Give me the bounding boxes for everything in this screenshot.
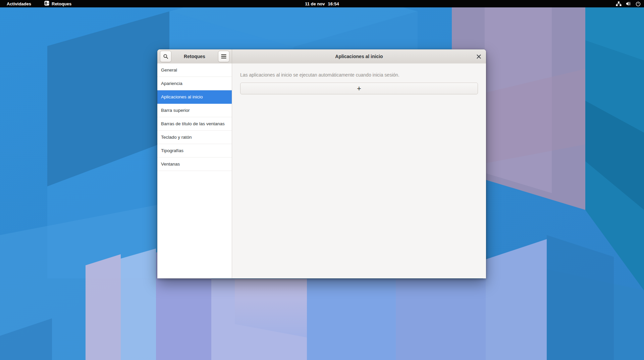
sidebar-item-tipografias[interactable]: Tipografías [157, 144, 232, 158]
network-wired-icon [616, 1, 622, 6]
window-body: General Apariencia Aplicaciones al inici… [157, 63, 486, 278]
page-title: Aplicaciones al inicio [232, 49, 486, 63]
sidebar-item-teclado-y-raton[interactable]: Teclado y ratón [157, 131, 232, 144]
sidebar-nav: General Apariencia Aplicaciones al inici… [157, 63, 232, 278]
startup-apps-panel: Las aplicaciones al inicio se ejecutan a… [232, 63, 486, 278]
search-icon [163, 54, 168, 59]
sidebar-item-ventanas[interactable]: Ventanas [157, 158, 232, 171]
clock-date: 11 de nov [305, 1, 325, 6]
window-titlebar[interactable]: Retoques Aplicaciones al inicio [157, 49, 486, 64]
sidebar-item-barras-de-titulo[interactable]: Barras de título de las ventanas [157, 117, 232, 131]
app-menu-button[interactable]: Retoques [44, 0, 71, 7]
startup-apps-description: Las aplicaciones al inicio se ejecutan a… [240, 72, 478, 78]
power-icon [636, 1, 641, 6]
sidebar-item-label: Barra superior [161, 108, 190, 113]
primary-menu-button[interactable] [218, 51, 229, 62]
sidebar-item-aplicaciones-al-inicio[interactable]: Aplicaciones al inicio [157, 90, 232, 104]
hamburger-menu-icon [221, 54, 226, 59]
sidebar-item-label: Ventanas [161, 162, 180, 167]
sidebar-item-label: Barras de título de las ventanas [161, 121, 225, 126]
sidebar-item-barra-superior[interactable]: Barra superior [157, 104, 232, 117]
sidebar-item-label: Apariencia [161, 81, 182, 86]
sidebar-header: Retoques [157, 49, 232, 63]
plus-icon: + [357, 85, 361, 92]
clock-button[interactable]: 11 de nov 16:54 [305, 0, 339, 7]
sidebar-item-general[interactable]: General [157, 63, 232, 77]
system-status-area[interactable] [616, 0, 641, 7]
sidebar-item-apariencia[interactable]: Apariencia [157, 77, 232, 90]
activities-button[interactable]: Actividades [7, 0, 31, 7]
tweaks-app-icon [44, 1, 49, 7]
add-startup-app-button[interactable]: + [240, 83, 478, 94]
volume-icon [626, 1, 631, 6]
clock-time: 16:54 [328, 1, 339, 6]
sidebar-item-label: Teclado y ratón [161, 135, 192, 140]
sidebar-item-label: Tipografías [161, 148, 183, 153]
tweaks-window: Retoques Aplicaciones al inicio G [157, 49, 486, 278]
search-button[interactable] [160, 51, 171, 62]
sidebar-item-label: Aplicaciones al inicio [161, 94, 203, 99]
app-menu-label: Retoques [52, 1, 71, 6]
sidebar-item-label: General [161, 68, 177, 73]
close-button[interactable] [473, 51, 484, 62]
main-header: Aplicaciones al inicio [232, 49, 486, 63]
close-icon [477, 54, 481, 59]
top-bar: Actividades Retoques 11 de nov 16:54 [0, 0, 644, 7]
activities-label: Actividades [7, 1, 31, 6]
